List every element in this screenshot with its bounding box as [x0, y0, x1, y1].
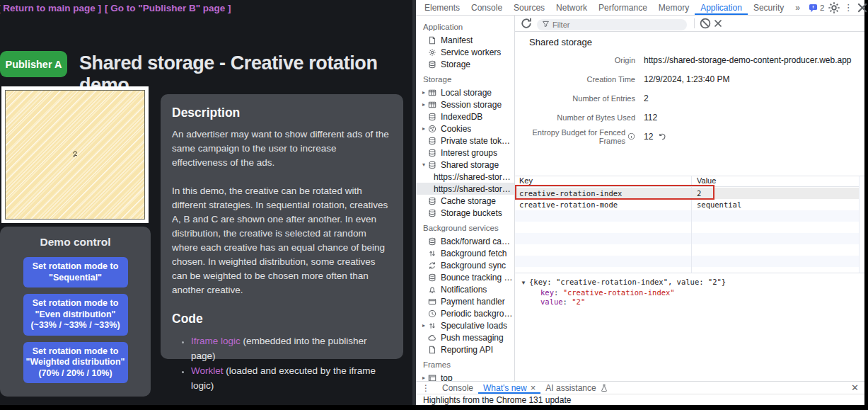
metadata-value-text: 12/9/2024, 1:23:40 PM — [644, 74, 729, 84]
drawer-tab-what-s-new[interactable]: What's new× — [478, 382, 540, 394]
sidebar-item-interest-groups[interactable]: Interest groups — [416, 147, 514, 159]
sidebar-item-service-workers[interactable]: Service workers — [416, 46, 514, 58]
tab-console[interactable]: Console — [465, 0, 508, 15]
metadata-value: https://shared-storage-demo-content-prod… — [644, 55, 852, 65]
sidebar-item-label: Storage buckets — [441, 208, 502, 218]
sidebar-item-storage[interactable]: Storage — [416, 58, 514, 70]
devtools-body: ApplicationManifestService workersStorag… — [416, 16, 864, 381]
clear-block-icon[interactable] — [699, 17, 712, 30]
settings-gear-icon[interactable] — [827, 0, 841, 15]
sidebar-item-session-storage[interactable]: ▸Session storage — [416, 98, 514, 110]
column-header-key[interactable]: Key — [515, 176, 692, 186]
issues-icon — [809, 3, 818, 12]
sidebar-item-reporting-api[interactable]: Reporting API — [416, 343, 514, 355]
rotation-mode-button[interactable]: Set rotation mode to"Weighted distributi… — [23, 342, 128, 384]
datagrid-header[interactable]: Key Value — [515, 176, 864, 187]
sidebar-item-push-messaging[interactable]: Push messaging — [416, 331, 514, 343]
metadata-label: Entropy Budget for Fenced Frames — [515, 128, 635, 145]
grid-icon — [427, 88, 437, 98]
collapsed-expander-icon[interactable]: ▸ — [420, 101, 427, 108]
datagrid-scrollbar[interactable] — [859, 176, 864, 273]
nav-link[interactable]: [ Go to "Publisher B" page ] — [105, 3, 231, 13]
sidebar-item-label: Service workers — [441, 47, 501, 57]
sidebar-item-label: Interest groups — [441, 148, 497, 158]
tab-application[interactable]: Application — [695, 0, 748, 15]
tab-[interactable]: » — [789, 0, 806, 15]
whats-new-heading: Highlights from the Chrome 131 update — [416, 394, 864, 405]
metadata-value: 12 — [644, 132, 666, 142]
metadata-value-text: 2 — [644, 93, 649, 103]
sidebar-item-local-storage[interactable]: ▸Local storage — [416, 86, 514, 98]
cell-value: sequential — [692, 200, 864, 209]
sidebar-item-top[interactable]: ▸top — [416, 372, 514, 381]
close-drawer-icon[interactable]: ✕ — [851, 383, 859, 392]
tab-security[interactable]: Security — [748, 0, 789, 15]
collapsed-expander-icon[interactable]: ▸ — [420, 322, 427, 329]
sidebar-item-storage-buckets[interactable]: Storage buckets — [416, 207, 514, 219]
delete-selected-icon[interactable] — [712, 17, 724, 30]
frame-icon — [427, 373, 437, 382]
column-divider[interactable] — [691, 176, 692, 273]
expanded-expander-icon[interactable]: ▾ — [420, 161, 427, 168]
sidebar-item-speculative-loads[interactable]: ▸Speculative loads — [416, 319, 514, 331]
tab-elements[interactable]: Elements — [419, 0, 465, 15]
collapsed-expander-icon[interactable]: ▸ — [420, 375, 427, 381]
sidebar-item-notifications[interactable]: Notifications — [416, 283, 514, 295]
sidebar-item-cache-storage[interactable]: Cache storage — [416, 195, 514, 207]
sidebar-item-private-state-tokens[interactable]: Private state tokens — [416, 135, 514, 147]
sidebar-item-background-fetch[interactable]: Background fetch — [416, 247, 514, 259]
preview-collapsed-text: {key: "creative-rotation-index", value: … — [529, 278, 726, 288]
info-icon[interactable] — [627, 132, 635, 140]
sidebar-item-bounce-tracking-miti[interactable]: Bounce tracking miti... — [416, 271, 514, 283]
close-tab-icon[interactable]: × — [531, 383, 536, 392]
sidebar-item-https-shared-storage[interactable]: https://shared-storage... — [416, 183, 514, 195]
tab-sources[interactable]: Sources — [508, 0, 550, 15]
rotation-mode-button[interactable]: Set rotation mode to"Even distribution"(… — [23, 294, 128, 336]
close-devtools-icon[interactable] — [855, 0, 868, 15]
table-row[interactable]: creative-rotation-modesequential — [515, 199, 864, 210]
column-header-value[interactable]: Value — [692, 176, 864, 186]
tab-performance[interactable]: Performance — [593, 0, 653, 15]
sidebar-item-https-shared-storage[interactable]: https://shared-storage... — [416, 171, 514, 183]
button-line: Set rotation mode to — [25, 298, 127, 309]
code-link[interactable]: Iframe logic — [191, 336, 241, 346]
sidebar-item-indexeddb[interactable]: IndexedDB — [416, 110, 514, 123]
sidebar-item-back-forward-cache[interactable]: Back/forward cache — [416, 235, 514, 247]
gear-icon — [427, 47, 437, 57]
drawer-tab-label: AI assistance — [545, 383, 596, 393]
collapsed-expander-icon[interactable]: ▸ — [420, 89, 427, 96]
issues-counter[interactable]: 2 — [806, 3, 827, 12]
nav-link[interactable]: [ Return to main page ] — [0, 3, 101, 13]
code-link[interactable]: Worklet — [191, 365, 224, 376]
sidebar-section-application: Application — [416, 18, 514, 34]
screenshot-root: [ Return to main page ][ Go to "Publishe… — [0, 0, 868, 410]
sidebar-item-background-sync[interactable]: Background sync — [416, 259, 514, 271]
drawer-kebab-icon[interactable]: ⋮ — [422, 383, 430, 393]
refresh-icon[interactable] — [520, 17, 533, 30]
database-icon — [427, 148, 437, 158]
sidebar-item-shared-storage[interactable]: ▾Shared storage — [416, 159, 514, 171]
drawer-tab-console[interactable]: Console — [437, 382, 478, 394]
sidebar-item-cookies[interactable]: ▸Cookies — [416, 123, 514, 135]
preview-object-line[interactable]: ▼ {key: "creative-rotation-index", value… — [521, 278, 864, 288]
tab-memory[interactable]: Memory — [653, 0, 695, 15]
filter-input[interactable] — [537, 19, 687, 30]
rotation-mode-button[interactable]: Set rotation mode to"Sequential" — [23, 257, 128, 287]
creative-image[interactable] — [5, 90, 145, 220]
grid-icon — [427, 100, 437, 110]
sidebar-item-label: Storage — [441, 59, 470, 69]
metadata-label-text: Number of Bytes Used — [557, 113, 635, 122]
drawer-tab-ai-assistance[interactable]: AI assistance — [540, 382, 613, 394]
sidebar-item-manifest[interactable]: Manifest — [416, 34, 514, 46]
sidebar-item-periodic-backgroun[interactable]: Periodic backgroun... — [416, 307, 514, 319]
creative-frame[interactable] — [1, 86, 149, 223]
table-row[interactable]: creative-rotation-index2 — [515, 188, 864, 199]
sidebar-item-payment-handler[interactable]: Payment handler — [416, 295, 514, 307]
sidebar-item-label: Reporting API — [441, 345, 493, 355]
collapsed-expander-icon[interactable]: ▸ — [420, 125, 427, 132]
code-title: Code — [172, 312, 392, 326]
tab-network[interactable]: Network — [550, 0, 593, 15]
more-options-kebab-icon[interactable]: ⋮ — [841, 0, 855, 15]
expanded-triangle-icon[interactable]: ▼ — [521, 278, 529, 288]
reset-budget-icon[interactable] — [658, 132, 666, 141]
